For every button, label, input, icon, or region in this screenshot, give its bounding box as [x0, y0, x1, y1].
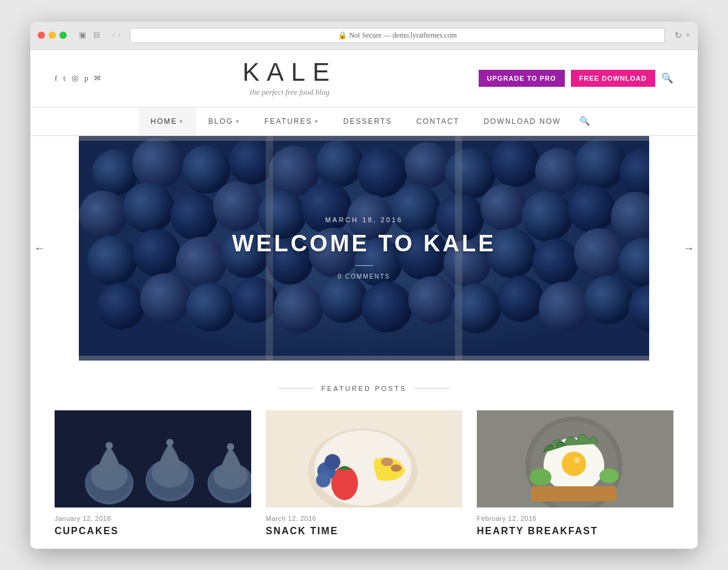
- instagram-icon[interactable]: ◎: [72, 73, 78, 83]
- twitter-icon[interactable]: t: [63, 73, 66, 83]
- hero-content: MARCH 18, 2016 WELCOME TO KALE 0 COMMENT…: [232, 216, 496, 280]
- site-title: KALE: [101, 59, 478, 85]
- hero-image: MARCH 18, 2016 WELCOME TO KALE 0 COMMENT…: [79, 136, 649, 361]
- svg-point-80: [391, 464, 402, 472]
- featured-header: FEATURED POSTS: [55, 385, 673, 392]
- hero-title: WELCOME TO KALE: [232, 231, 496, 257]
- upgrade-to-pro-button[interactable]: UPGRADE TO PRO: [479, 70, 565, 87]
- site-tagline: the perfect free food blog: [101, 87, 478, 97]
- lock-icon: 🔒: [338, 31, 347, 39]
- browser-chrome: ▣ ⊟ ‹ › 🔒 Not Secure — demo.lyrathemes.c…: [30, 22, 698, 50]
- svg-point-86: [574, 457, 580, 463]
- hero-next-arrow[interactable]: →: [683, 242, 694, 254]
- hero-prev-arrow[interactable]: ←: [34, 242, 45, 254]
- social-icons: f t ◎ p ✉: [55, 73, 101, 83]
- svg-point-85: [562, 452, 586, 476]
- hero-comments: 0 COMMENTS: [232, 273, 496, 280]
- svg-rect-90: [531, 486, 616, 501]
- new-tab-icon[interactable]: +: [686, 30, 690, 41]
- nav-blog-dropdown-arrow: ▾: [236, 118, 240, 124]
- nav-download-label: DOWNLOAD NOW: [484, 117, 561, 126]
- post-image-cupcakes: [55, 410, 251, 507]
- post-date-cupcakes: January 12, 2016: [55, 515, 251, 522]
- featured-title: FEATURED POSTS: [322, 385, 407, 392]
- post-title-breakfast: HEARTY BREAKFAST: [477, 526, 673, 537]
- site-header: f t ◎ p ✉ KALE the perfect free food blo…: [30, 50, 698, 107]
- nav-blog-label: BLOG: [208, 117, 233, 126]
- hero-wrapper: ←: [30, 136, 698, 361]
- svg-point-88: [599, 469, 619, 483]
- site-branding: KALE the perfect free food blog: [101, 59, 478, 97]
- browser-actions: ↻ +: [675, 30, 690, 41]
- back-arrow[interactable]: ‹: [112, 30, 115, 40]
- nav-features-dropdown-arrow: ▾: [315, 118, 319, 124]
- svg-rect-71: [55, 410, 251, 507]
- nav-item-blog[interactable]: BLOG ▾: [196, 107, 252, 135]
- hero-slider: MARCH 18, 2016 WELCOME TO KALE 0 COMMENT…: [79, 136, 649, 361]
- nav-home-label: HOME: [150, 117, 177, 126]
- close-traffic-light[interactable]: [38, 32, 45, 39]
- nav-search-icon[interactable]: 🔍: [579, 116, 590, 126]
- address-bar[interactable]: 🔒 Not Secure — demo.lyrathemes.com: [130, 28, 665, 43]
- cupcakes-svg: [55, 410, 251, 507]
- post-date-snack: March 12, 2016: [266, 515, 462, 522]
- free-download-button[interactable]: FREE DOWNLOAD: [571, 70, 655, 87]
- post-card-cupcakes[interactable]: January 12, 2016 CUPCAKES: [55, 410, 251, 537]
- post-card-snack[interactable]: March 12, 2016 SNACK TIME: [266, 410, 462, 537]
- header-right: UPGRADE TO PRO FREE DOWNLOAD 🔍: [479, 70, 673, 87]
- post-title-cupcakes: CUPCAKES: [55, 526, 251, 537]
- browser-controls: ▣ ⊟ ‹ › 🔒 Not Secure — demo.lyrathemes.c…: [38, 28, 690, 43]
- nav-arrows: ‹ ›: [112, 30, 120, 40]
- pinterest-icon[interactable]: p: [84, 73, 89, 83]
- featured-line-left: [278, 388, 314, 388]
- hero-divider: [355, 265, 373, 266]
- breakfast-svg: [477, 410, 673, 507]
- featured-line-right: [414, 388, 450, 388]
- site-navigation: HOME ▾ BLOG ▾ FEATURES ▾ DESSERTS CONTAC…: [30, 107, 698, 136]
- sidebar-toggle-icon[interactable]: ▣: [76, 29, 89, 41]
- fullscreen-traffic-light[interactable]: [59, 32, 67, 39]
- svg-point-78: [316, 473, 331, 487]
- url-text: Not Secure — demo.lyrathemes.com: [349, 31, 457, 39]
- post-title-snack: SNACK TIME: [266, 526, 462, 537]
- nav-home-dropdown-arrow: ▾: [180, 118, 184, 124]
- reload-icon[interactable]: ↻: [675, 30, 682, 41]
- tab-toggle-icon[interactable]: ⊟: [91, 29, 103, 41]
- website-content: f t ◎ p ✉ KALE the perfect free food blo…: [30, 50, 698, 549]
- nav-desserts-label: DESSERTS: [343, 117, 392, 126]
- hero-date: MARCH 18, 2016: [232, 216, 496, 223]
- nav-features-label: FEATURES: [265, 117, 312, 126]
- email-icon[interactable]: ✉: [94, 73, 101, 83]
- traffic-lights: [38, 32, 67, 39]
- forward-arrow[interactable]: ›: [118, 30, 121, 40]
- nav-item-download[interactable]: DOWNLOAD NOW: [471, 107, 573, 135]
- browser-window: ▣ ⊟ ‹ › 🔒 Not Secure — demo.lyrathemes.c…: [30, 22, 698, 549]
- facebook-icon[interactable]: f: [55, 73, 57, 83]
- header-search-icon[interactable]: 🔍: [661, 72, 673, 84]
- nav-item-desserts[interactable]: DESSERTS: [331, 107, 404, 135]
- nav-item-contact[interactable]: CONTACT: [404, 107, 471, 135]
- snack-svg: [266, 410, 462, 507]
- nav-contact-label: CONTACT: [416, 117, 459, 126]
- featured-posts-section: FEATURED POSTS: [30, 361, 698, 549]
- nav-item-features[interactable]: FEATURES ▾: [252, 107, 331, 135]
- minimize-traffic-light[interactable]: [49, 32, 56, 39]
- svg-point-87: [530, 469, 551, 486]
- post-image-breakfast: [477, 410, 673, 507]
- nav-item-home[interactable]: HOME ▾: [138, 107, 196, 135]
- browser-toolbar-icons: ▣ ⊟: [76, 29, 103, 41]
- svg-point-77: [325, 454, 340, 470]
- posts-grid: January 12, 2016 CUPCAKES: [55, 410, 673, 537]
- post-image-snack: [266, 410, 462, 507]
- svg-point-79: [381, 458, 393, 466]
- post-date-breakfast: February 12, 2016: [477, 515, 673, 522]
- post-card-breakfast[interactable]: February 12, 2016 HEARTY BREAKFAST: [477, 410, 673, 537]
